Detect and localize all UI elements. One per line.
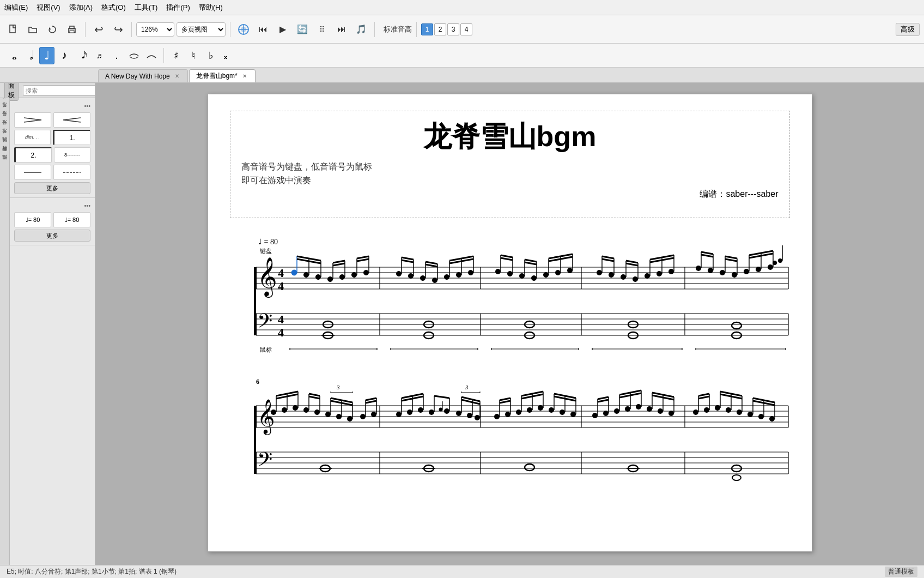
- dynamics-row3: 2. 8--------: [10, 146, 95, 164]
- svg-line-214: [366, 398, 376, 400]
- zoom-select[interactable]: 126% 100% 75% 150%: [136, 22, 174, 37]
- svg-point-259: [560, 410, 565, 415]
- side-label-1[interactable]: 乐号: [0, 98, 9, 107]
- play-button[interactable]: ▶: [274, 21, 291, 38]
- quarter-note-button[interactable]: ♩: [39, 47, 54, 64]
- natural-button[interactable]: ♮: [186, 47, 201, 64]
- dynamics-row4: [10, 164, 95, 181]
- tempo-value-2: ♩= 80: [65, 216, 80, 224]
- half-note-button[interactable]: 𝅗𝅥: [22, 47, 37, 64]
- menu-add[interactable]: 添加(A): [69, 3, 93, 13]
- advanced-button[interactable]: 高级: [896, 23, 920, 36]
- svg-line-98: [626, 263, 638, 266]
- undo-button[interactable]: ↩: [90, 21, 107, 38]
- side-label-5[interactable]: 乐号: [0, 133, 9, 142]
- go-end-button[interactable]: ⏭: [333, 21, 350, 38]
- tab-longji-close[interactable]: ✕: [241, 73, 248, 80]
- menu-format[interactable]: 格式(O): [101, 3, 126, 13]
- tab-new-day[interactable]: A New Day With Hope ✕: [98, 69, 188, 82]
- dotted-note-button[interactable]: .: [109, 47, 124, 64]
- svg-line-57: [425, 262, 437, 264]
- side-label-2[interactable]: 乐号: [0, 107, 9, 116]
- svg-point-109: [708, 268, 713, 273]
- menu-edit[interactable]: 编辑(E): [4, 3, 28, 13]
- tempo-more-btn[interactable]: 更多: [14, 230, 90, 242]
- thirty-second-note-button[interactable]: ♬: [92, 47, 107, 64]
- svg-point-273: [625, 406, 630, 412]
- sixteenth-note-button[interactable]: 𝅘𝅥𝅯: [74, 47, 89, 64]
- slur-button[interactable]: [144, 47, 159, 64]
- crescendo-symbol[interactable]: [14, 112, 51, 128]
- line-symbol2[interactable]: [53, 165, 90, 180]
- tempo-more-dots[interactable]: •••: [82, 201, 93, 210]
- tempo-box-1[interactable]: ♩= 80: [14, 212, 51, 227]
- view-mode-select[interactable]: 多页视图 单页视图: [177, 22, 226, 37]
- left-panel: 面板 ✕ 乐号 乐号 乐号 乐号 乐号 跳转 节与行距 属性 •••: [0, 83, 95, 565]
- menu-view[interactable]: 视图(V): [37, 3, 60, 13]
- menu-tools[interactable]: 工具(T): [135, 3, 158, 13]
- mode-label: 普通模板: [885, 567, 917, 577]
- svg-point-287: [693, 410, 698, 415]
- eighth-note-button[interactable]: ♪: [57, 47, 72, 64]
- tie-button[interactable]: [126, 47, 142, 64]
- decrescendo-symbol[interactable]: [53, 112, 90, 128]
- selected-note[interactable]: [291, 270, 297, 275]
- side-label-spacing[interactable]: 节与行距: [0, 150, 9, 159]
- tempo-box-2[interactable]: ♩= 80: [53, 212, 90, 227]
- side-label-4[interactable]: 乐号: [0, 124, 9, 133]
- voice-3-button[interactable]: 3: [447, 23, 459, 35]
- voice-1-button[interactable]: 1: [421, 23, 433, 35]
- octave-line-symbol[interactable]: 8--------: [54, 147, 90, 162]
- whole-note-button[interactable]: 𝅝: [4, 47, 20, 64]
- svg-point-295: [726, 407, 731, 413]
- svg-line-196: [309, 394, 320, 396]
- main-toolbar: ↩ ↪ 126% 100% 75% 150% 多页视图 单页视图 ⏮ ▶ 🔄 ⠿…: [0, 15, 924, 44]
- double-sharp-button[interactable]: 𝄪: [221, 47, 236, 64]
- voice-4-button[interactable]: 4: [460, 23, 472, 35]
- side-label-jump[interactable]: 跳转: [0, 142, 9, 150]
- side-label-props[interactable]: 属性: [0, 159, 9, 168]
- tuner-button[interactable]: 🎵: [352, 21, 370, 38]
- mixer-button[interactable]: [235, 21, 252, 38]
- svg-point-220: [418, 407, 423, 413]
- dynamics-row1: [10, 111, 95, 129]
- loop-button[interactable]: 🔄: [294, 21, 311, 38]
- tab-longji[interactable]: 龙脊雪山bgm* ✕: [189, 69, 256, 82]
- open-button[interactable]: [24, 21, 41, 38]
- svg-text:𝄞: 𝄞: [257, 399, 275, 435]
- volta-1-symbol[interactable]: 1.: [53, 130, 90, 145]
- print-button[interactable]: [63, 21, 81, 38]
- svg-point-283: [668, 411, 674, 416]
- svg-line-97: [626, 261, 638, 263]
- sharp-button[interactable]: ♯: [168, 47, 184, 64]
- new-button[interactable]: [4, 21, 22, 38]
- svg-point-123: [768, 264, 773, 270]
- svg-point-212: [371, 412, 376, 417]
- menu-plugins[interactable]: 插件(P): [166, 3, 190, 13]
- line-symbol1[interactable]: [14, 165, 51, 180]
- svg-point-107: [696, 266, 701, 271]
- svg-point-249: [516, 410, 521, 415]
- dynamics-more-dots[interactable]: •••: [82, 101, 93, 110]
- search-input[interactable]: [23, 85, 95, 96]
- svg-text:𝄞: 𝄞: [257, 257, 277, 298]
- dim-symbol[interactable]: dim. . .: [14, 130, 51, 145]
- svg-point-231: [456, 411, 461, 416]
- side-label-3[interactable]: 乐号: [0, 116, 9, 124]
- score-header: 龙脊雪山bgm 高音谱号为键盘，低音谱号为鼠标 即可在游戏中演奏 编谱：sabe…: [230, 111, 790, 218]
- volta-2-symbol[interactable]: 2.: [14, 147, 52, 162]
- metronome-button[interactable]: ⠿: [313, 21, 331, 38]
- refresh-button[interactable]: [44, 21, 61, 38]
- svg-line-247: [500, 398, 510, 400]
- svg-line-269: [598, 397, 609, 399]
- menu-help[interactable]: 帮助(H): [199, 3, 223, 13]
- go-start-button[interactable]: ⏮: [254, 21, 272, 38]
- dynamics-more-btn[interactable]: 更多: [14, 182, 90, 194]
- redo-button[interactable]: ↪: [110, 21, 127, 38]
- score-area[interactable]: 龙脊雪山bgm 高音谱号为键盘，低音谱号为鼠标 即可在游戏中演奏 编谱：sabe…: [95, 83, 924, 565]
- svg-point-188: [293, 405, 298, 411]
- tab-new-day-close[interactable]: ✕: [173, 73, 181, 80]
- voice-2-button[interactable]: 2: [434, 23, 446, 35]
- flat-button[interactable]: ♭: [203, 47, 218, 64]
- svg-point-293: [715, 405, 720, 411]
